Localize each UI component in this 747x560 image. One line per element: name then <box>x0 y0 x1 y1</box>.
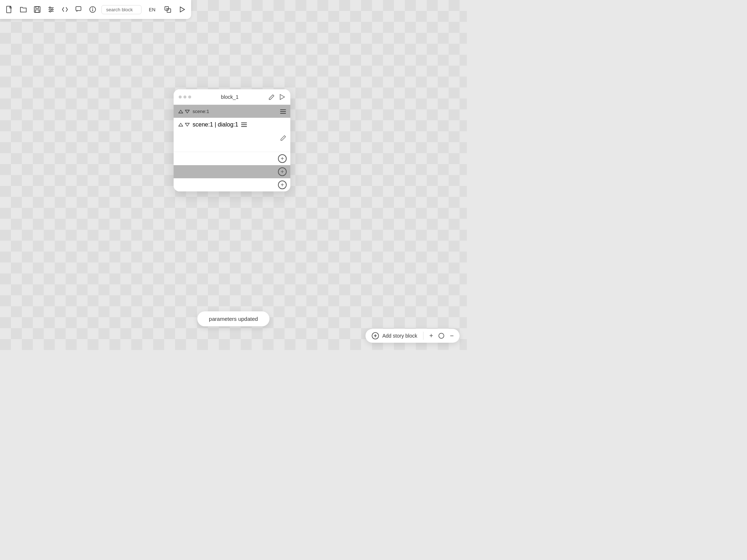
open-folder-icon[interactable] <box>18 4 28 15</box>
dialog-content-edit-icon[interactable] <box>280 135 287 141</box>
block-title: block_1 <box>191 94 268 100</box>
dialog-up-down <box>178 122 190 127</box>
svg-marker-19 <box>179 110 183 113</box>
add-scene-button[interactable]: + <box>278 167 287 176</box>
dialog-row: scene:1 | dialog:1 <box>174 118 290 132</box>
scene-row: scene:1 <box>174 105 290 118</box>
status-toast: parameters updated <box>197 311 270 326</box>
dialog-label: scene:1 | dialog:1 <box>193 121 238 128</box>
dialog-down-icon[interactable] <box>185 122 190 127</box>
svg-rect-11 <box>76 7 81 11</box>
play-icon[interactable] <box>177 4 187 15</box>
svg-rect-4 <box>35 10 39 12</box>
add-dialog-button[interactable]: + <box>278 154 287 163</box>
svg-rect-3 <box>36 7 39 8</box>
bottom-icon-btns: + − <box>423 332 454 340</box>
scene-down-icon[interactable] <box>185 109 190 114</box>
add-scene-row: + <box>174 165 290 178</box>
search-placeholder: search block <box>106 7 133 12</box>
scene-label: scene:1 <box>193 109 277 114</box>
settings-sliders-icon[interactable] <box>46 4 56 15</box>
search-input[interactable]: search block <box>101 5 142 14</box>
scene-up-down <box>178 109 190 114</box>
zoom-out-button[interactable]: − <box>450 332 454 340</box>
language-button[interactable]: EN <box>145 5 159 14</box>
block-header: block_1 <box>174 89 290 105</box>
main-toolbar: search block EN <box>0 0 191 19</box>
status-message: parameters updated <box>209 316 258 322</box>
bottom-controls: Add story block + − <box>365 329 460 343</box>
bottom-add-row: + <box>174 178 290 191</box>
svg-marker-17 <box>180 7 185 12</box>
block-header-actions <box>268 94 285 100</box>
save-icon[interactable] <box>32 4 42 15</box>
svg-point-26 <box>439 333 444 338</box>
dot-2 <box>183 96 186 98</box>
svg-marker-20 <box>185 110 189 113</box>
block-play-icon[interactable] <box>279 94 285 100</box>
dot-3 <box>188 96 191 98</box>
svg-point-10 <box>50 11 51 12</box>
dialog-menu-icon[interactable] <box>241 122 247 127</box>
comment-icon[interactable] <box>74 4 84 15</box>
scene-up-icon[interactable] <box>178 109 183 114</box>
block-card: block_1 <box>174 89 290 191</box>
add-story-plus-circle-icon <box>371 332 379 340</box>
block-edit-icon[interactable] <box>268 94 275 100</box>
svg-rect-0 <box>7 6 11 13</box>
info-icon[interactable] <box>88 4 98 15</box>
add-story-label: Add story block <box>382 333 417 339</box>
block-dots <box>179 96 191 98</box>
scene-menu-icon[interactable] <box>280 109 286 114</box>
add-story-block-button[interactable]: Add story block <box>371 332 423 340</box>
code-braces-icon[interactable] <box>60 4 70 15</box>
zoom-reset-button[interactable] <box>438 332 445 339</box>
canvas-area: block_1 <box>0 0 467 350</box>
svg-marker-21 <box>179 123 183 126</box>
translate-icon[interactable] <box>163 4 173 15</box>
svg-marker-18 <box>280 94 285 100</box>
svg-marker-22 <box>185 123 189 126</box>
dot-1 <box>179 96 182 98</box>
dialog-content-area <box>174 132 290 152</box>
svg-point-14 <box>93 8 93 8</box>
zoom-in-button[interactable]: + <box>429 332 433 340</box>
new-file-icon[interactable] <box>4 4 15 15</box>
add-dialog-row: + <box>174 152 290 165</box>
svg-rect-16 <box>167 9 171 12</box>
svg-point-9 <box>51 9 53 10</box>
add-block-item-button[interactable]: + <box>278 180 287 189</box>
dialog-up-icon[interactable] <box>178 122 183 127</box>
svg-point-8 <box>49 7 51 8</box>
